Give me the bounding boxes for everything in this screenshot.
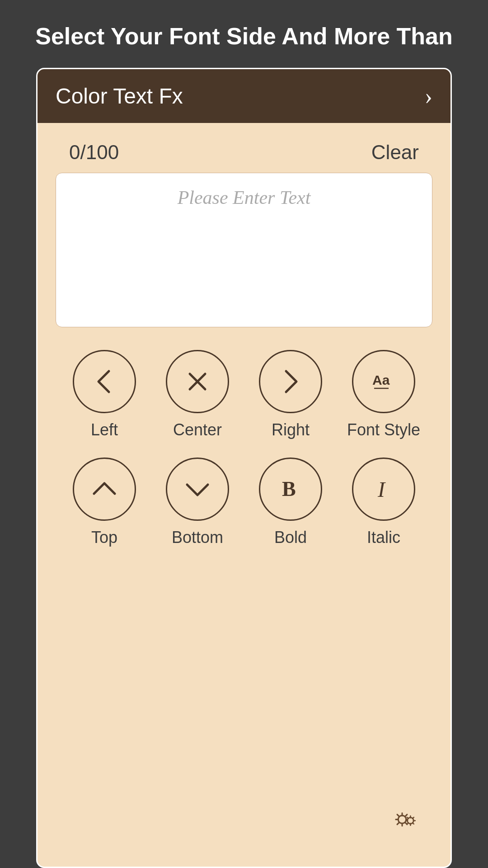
counter-row: 0/100 Clear [56,137,432,173]
center-button-item[interactable]: Center [158,350,237,439]
main-card: Color Text Fx › 0/100 Clear Left [36,68,452,868]
settings-area [56,793,432,853]
character-counter: 0/100 [69,141,119,164]
card-header-title: Color Text Fx [56,84,183,108]
bottom-button-label: Bottom [172,528,223,547]
svg-text:Aa: Aa [372,373,390,387]
italic-circle-button[interactable]: I [352,458,415,521]
page-title: Select Your Font Side And More Than [17,0,471,68]
top-circle-button[interactable] [73,458,136,521]
top-button-item[interactable]: Top [65,458,144,547]
italic-button-item[interactable]: I Italic [344,458,423,547]
left-chevron-icon [89,366,120,397]
left-button-label: Left [91,420,118,439]
font-style-circle-button[interactable]: Aa [352,350,415,413]
svg-point-6 [398,816,406,824]
top-button-label: Top [91,528,117,547]
top-chevron-icon [89,473,120,505]
italic-button-label: Italic [367,528,400,547]
right-button-label: Right [272,420,310,439]
bold-button-label: Bold [274,528,307,547]
card-header[interactable]: Color Text Fx › [38,69,450,123]
settings-icon[interactable] [387,802,423,840]
bold-button-item[interactable]: B Bold [251,458,330,547]
right-chevron-icon [275,366,306,397]
bottom-button-item[interactable]: Bottom [158,458,237,547]
text-input[interactable] [70,187,418,313]
center-button-label: Center [173,420,222,439]
bold-circle-button[interactable]: B [259,458,322,521]
clear-button[interactable]: Clear [371,141,419,164]
left-circle-button[interactable] [73,350,136,413]
right-button-item[interactable]: Right [251,350,330,439]
bottom-chevron-icon [182,473,213,505]
bottom-circle-button[interactable] [166,458,229,521]
text-input-area[interactable] [56,173,432,327]
buttons-grid: Left Center Right [56,350,432,547]
center-xmark-icon [182,366,213,397]
svg-text:B: B [282,477,296,500]
font-style-button-item[interactable]: Aa Font Style [344,350,423,439]
svg-text:I: I [377,477,386,501]
forward-arrow-icon: › [425,83,432,109]
card-body: 0/100 Clear Left [38,123,450,867]
italic-icon: I [368,473,399,505]
left-button-item[interactable]: Left [65,350,144,439]
right-circle-button[interactable] [259,350,322,413]
center-circle-button[interactable] [166,350,229,413]
font-style-button-label: Font Style [347,420,420,439]
font-style-icon: Aa [368,366,399,397]
bold-icon: B [275,473,306,505]
